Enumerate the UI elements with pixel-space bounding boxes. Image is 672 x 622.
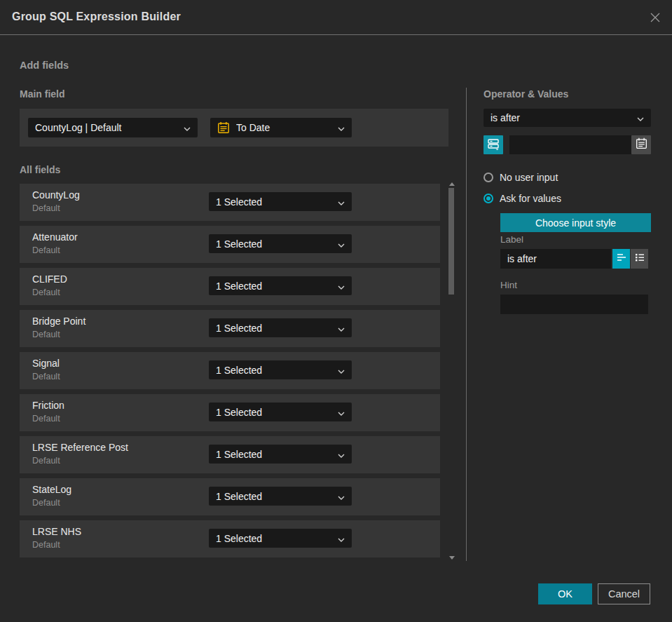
field-selected-dropdown[interactable]: 1 Selected (209, 360, 352, 379)
field-name: LRSE NHS (32, 526, 81, 537)
field-selected-value: 1 Selected (216, 238, 338, 250)
value-input[interactable] (509, 135, 631, 154)
field-row: CountyLogDefault1 Selected (20, 184, 440, 221)
stacked-values-icon (487, 137, 500, 153)
label-input[interactable] (500, 249, 611, 269)
chevron-down-icon (338, 449, 345, 460)
label-heading: Label (500, 234, 523, 245)
scrollbar-thumb[interactable] (448, 188, 454, 295)
field-row: CLIFEDDefault1 Selected (20, 268, 440, 305)
hint-heading: Hint (500, 280, 517, 290)
panel-divider (466, 88, 467, 561)
calendar-icon (217, 121, 230, 134)
all-fields-heading: All fields (20, 164, 60, 175)
field-name: CLIFED (32, 273, 67, 285)
close-icon[interactable] (648, 11, 662, 25)
operator-values-heading: Operator & Values (484, 88, 568, 100)
main-field-box: CountyLog | Default To Date (20, 109, 448, 147)
chevron-down-icon (338, 122, 345, 133)
field-subtitle: Default (32, 414, 60, 424)
scroll-down-arrow-icon[interactable] (449, 556, 455, 560)
bulleted-list-icon (634, 252, 645, 265)
field-selected-value: 1 Selected (216, 449, 338, 460)
field-row: LRSE NHSDefault1 Selected (20, 520, 440, 557)
chevron-down-icon (338, 238, 345, 250)
main-field-dropdown-value: CountyLog | Default (35, 122, 184, 133)
chevron-down-icon (637, 112, 644, 123)
main-field-heading: Main field (20, 88, 65, 100)
align-left-icon (616, 252, 627, 265)
date-field-dropdown[interactable]: To Date (210, 118, 352, 137)
main-field-dropdown[interactable]: CountyLog | Default (28, 118, 198, 137)
chevron-down-icon (338, 196, 345, 208)
field-selected-dropdown[interactable]: 1 Selected (209, 276, 352, 295)
field-selected-dropdown[interactable]: 1 Selected (209, 192, 352, 211)
field-row: LRSE Reference PostDefault1 Selected (20, 436, 440, 473)
input-style-text-button[interactable] (612, 249, 630, 269)
choose-input-style-button[interactable]: Choose input style (500, 213, 651, 232)
radio-off-icon (484, 173, 493, 182)
chevron-down-icon (184, 122, 191, 133)
value-source-button[interactable] (484, 135, 503, 154)
chevron-down-icon (338, 323, 345, 334)
field-row: SignalDefault1 Selected (20, 352, 440, 389)
chevron-down-icon (338, 280, 345, 292)
field-selected-value: 1 Selected (216, 407, 338, 418)
field-name: CountyLog (32, 189, 80, 201)
field-selected-dropdown[interactable]: 1 Selected (209, 529, 352, 548)
field-name: LRSE Reference Post (32, 442, 128, 453)
radio-on-icon (484, 194, 493, 203)
dialog-titlebar: Group SQL Expression Builder (0, 0, 672, 35)
field-subtitle: Default (32, 456, 60, 466)
hint-input[interactable] (500, 295, 648, 314)
field-selected-value: 1 Selected (216, 280, 338, 292)
field-subtitle: Default (32, 330, 60, 339)
dialog-title: Group SQL Expression Builder (12, 11, 181, 23)
field-subtitle: Default (32, 288, 60, 297)
chevron-down-icon (338, 491, 345, 502)
field-selected-dropdown[interactable]: 1 Selected (209, 403, 352, 421)
field-name: Signal (32, 358, 60, 369)
field-subtitle: Default (32, 498, 60, 508)
field-row: StateLogDefault1 Selected (20, 478, 440, 515)
operator-dropdown-value: is after (491, 112, 637, 123)
field-selected-dropdown[interactable]: 1 Selected (209, 445, 352, 464)
radio-ask-for-values-label: Ask for values (500, 193, 561, 204)
field-subtitle: Default (32, 540, 60, 550)
field-name: Friction (32, 400, 64, 411)
radio-no-user-input[interactable]: No user input (484, 172, 558, 183)
date-picker-button[interactable] (631, 135, 651, 154)
add-fields-heading: Add fields (20, 60, 69, 71)
scroll-up-arrow-icon[interactable] (449, 182, 455, 186)
list-scrollbar[interactable] (448, 181, 456, 561)
field-selected-dropdown[interactable]: 1 Selected (209, 234, 352, 253)
chevron-down-icon (338, 365, 345, 376)
field-selected-value: 1 Selected (216, 491, 338, 502)
date-field-dropdown-value: To Date (236, 122, 338, 133)
field-subtitle: Default (32, 245, 60, 255)
chevron-down-icon (338, 533, 345, 544)
field-name: Bridge Point (32, 316, 85, 327)
field-subtitle: Default (32, 203, 60, 213)
field-selected-value: 1 Selected (216, 365, 338, 376)
field-subtitle: Default (32, 372, 60, 381)
all-fields-list: CountyLogDefault1 SelectedAttenuatorDefa… (20, 184, 440, 562)
radio-no-user-input-label: No user input (500, 172, 558, 183)
field-selected-value: 1 Selected (216, 533, 338, 544)
input-style-list-button[interactable] (631, 249, 648, 269)
field-row: AttenuatorDefault1 Selected (20, 226, 440, 263)
field-row: FrictionDefault1 Selected (20, 394, 440, 431)
ok-button[interactable]: OK (538, 583, 592, 604)
cancel-button[interactable]: Cancel (598, 583, 650, 604)
field-name: StateLog (32, 484, 71, 495)
operator-dropdown[interactable]: is after (484, 109, 651, 127)
field-name: Attenuator (32, 231, 78, 243)
chevron-down-icon (338, 407, 345, 418)
radio-ask-for-values[interactable]: Ask for values (484, 193, 561, 204)
field-selected-dropdown[interactable]: 1 Selected (209, 318, 352, 337)
field-selected-dropdown[interactable]: 1 Selected (209, 487, 352, 506)
field-selected-value: 1 Selected (216, 323, 338, 334)
calendar-icon (636, 137, 647, 152)
field-selected-value: 1 Selected (216, 196, 338, 208)
field-row: Bridge PointDefault1 Selected (20, 310, 440, 347)
